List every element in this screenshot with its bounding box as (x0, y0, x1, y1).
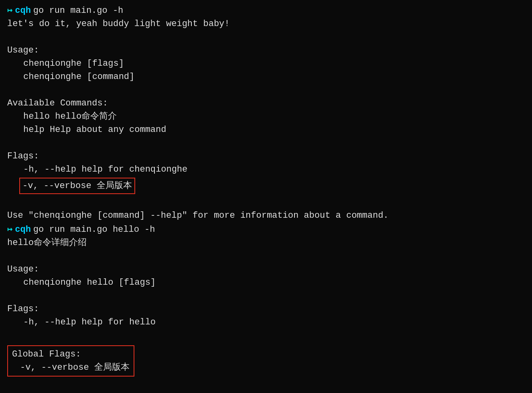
prompt-line-1: ↦ cqh go run main.go -h (7, 4, 525, 17)
usage-header-1: Usage: (7, 44, 525, 57)
commands-header-1: Available Commands: (7, 97, 525, 110)
blank-4 (7, 196, 525, 209)
prompt-command-2: go run main.go hello -h (33, 223, 155, 236)
footer-note: Use "chenqionghe [command] --help" for m… (7, 209, 525, 222)
blank-3 (7, 136, 525, 150)
global-flags-box: Global Flags: -v, --verbose 全局版本 (7, 345, 134, 377)
usage-line2-1: chenqionghe [command] (7, 70, 525, 83)
verbose-text-1: -v, --verbose 全局版本 (22, 181, 132, 191)
flag-verbose-highlighted-1: -v, --verbose 全局版本 (7, 177, 525, 195)
cmd-hello: hello hello命令简介 (7, 110, 525, 123)
blank-6 (7, 289, 525, 302)
blank-5 (7, 249, 525, 263)
flag-help-1: -h, --help help for chenqionghe (7, 163, 525, 176)
prompt-line-2: ↦ cqh go run main.go hello -h (7, 223, 525, 236)
blank-1 (7, 30, 525, 44)
terminal-window: ↦ cqh go run main.go -h let's do it, yea… (7, 4, 525, 377)
flags-header-2: Flags: (7, 302, 525, 316)
global-flag-verbose: -v, --verbose 全局版本 (12, 361, 130, 374)
prompt-arrow-2: ↦ (7, 223, 12, 236)
verbose-box-1: -v, --verbose 全局版本 (19, 178, 135, 194)
hello-output: hello命令详细介绍 (7, 236, 525, 249)
output-motto: let's do it, yeah buddy light weight bab… (7, 17, 525, 30)
cmd-help: help Help about any command (7, 123, 525, 136)
usage-line1-1: chenqionghe [flags] (7, 57, 525, 70)
flags-header-1: Flags: (7, 150, 525, 163)
prompt-arrow-1: ↦ (7, 4, 12, 17)
blank-7 (7, 329, 525, 342)
prompt-user-2: cqh (15, 223, 31, 236)
global-flags-header: Global Flags: (12, 348, 130, 361)
usage-line1-2: chenqionghe hello [flags] (7, 276, 525, 289)
blank-2 (7, 83, 525, 97)
global-flags-section: Global Flags: -v, --verbose 全局版本 (7, 342, 525, 377)
usage-header-2: Usage: (7, 263, 525, 276)
flag-help-2: -h, --help help for hello (7, 316, 525, 329)
prompt-command-1: go run main.go -h (33, 4, 123, 17)
prompt-user-1: cqh (15, 4, 31, 17)
